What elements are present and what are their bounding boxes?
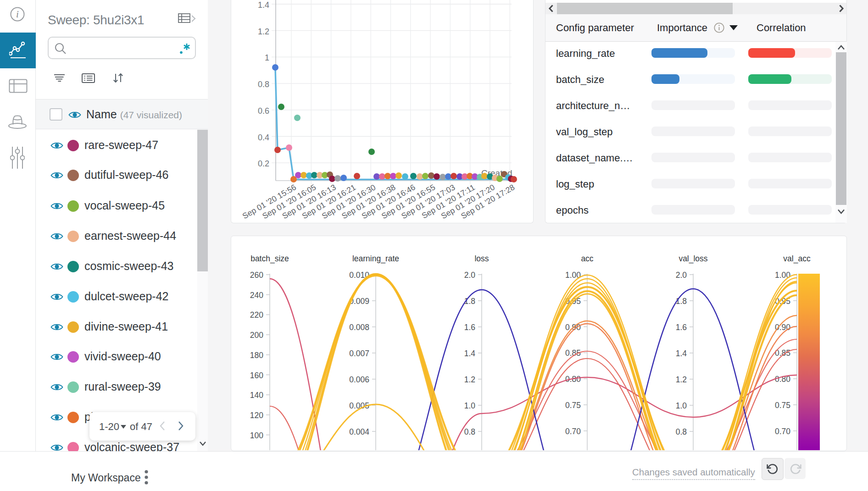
- svg-text:1.2: 1.2: [676, 375, 687, 384]
- svg-text:val_acc: val_acc: [783, 254, 811, 264]
- svg-text:1.2: 1.2: [464, 375, 475, 384]
- svg-text:1.4: 1.4: [676, 349, 687, 358]
- svg-text:0.4: 0.4: [258, 133, 269, 142]
- svg-text:140: 140: [250, 391, 263, 400]
- svg-text:0.8: 0.8: [464, 427, 475, 436]
- svg-text:1: 1: [265, 53, 269, 62]
- svg-text:160: 160: [250, 371, 263, 380]
- svg-text:1.4: 1.4: [464, 349, 476, 358]
- svg-text:1.0: 1.0: [464, 401, 476, 410]
- svg-text:0.007: 0.007: [349, 349, 369, 358]
- svg-text:0.2: 0.2: [258, 159, 269, 168]
- svg-text:1.6: 1.6: [676, 323, 687, 332]
- svg-text:240: 240: [250, 291, 263, 300]
- svg-text:2.0: 2.0: [464, 270, 476, 280]
- svg-text:0.8: 0.8: [676, 427, 687, 436]
- svg-text:0.70: 0.70: [775, 427, 790, 436]
- svg-text:0.004: 0.004: [349, 427, 369, 436]
- svg-text:learning_rate: learning_rate: [352, 254, 399, 264]
- svg-text:batch_size: batch_size: [250, 254, 289, 264]
- svg-text:0.80: 0.80: [565, 375, 581, 384]
- svg-text:100: 100: [250, 431, 263, 440]
- svg-text:1.0: 1.0: [676, 401, 687, 410]
- svg-text:120: 120: [250, 411, 263, 420]
- svg-text:200: 200: [250, 331, 263, 340]
- svg-text:1.4: 1.4: [258, 0, 269, 10]
- svg-text:0.6: 0.6: [258, 106, 269, 116]
- svg-text:1.6: 1.6: [464, 323, 475, 332]
- svg-text:0.70: 0.70: [565, 427, 581, 436]
- svg-text:0.006: 0.006: [349, 375, 369, 384]
- svg-text:1.00: 1.00: [775, 270, 790, 280]
- svg-text:2.0: 2.0: [676, 270, 687, 280]
- svg-text:loss: loss: [474, 254, 489, 263]
- svg-text:260: 260: [250, 270, 263, 280]
- svg-text:i: i: [16, 9, 19, 20]
- svg-text:0.90: 0.90: [775, 323, 790, 332]
- svg-text:0.75: 0.75: [565, 401, 581, 410]
- svg-text:220: 220: [250, 310, 263, 320]
- svg-text:0.8: 0.8: [258, 80, 269, 89]
- svg-text:180: 180: [250, 351, 263, 360]
- svg-text:0.75: 0.75: [775, 401, 790, 410]
- svg-text:acc: acc: [581, 254, 593, 263]
- svg-text:0.008: 0.008: [349, 323, 369, 332]
- svg-text:val_loss: val_loss: [679, 254, 707, 264]
- svg-text:1.2: 1.2: [258, 27, 269, 36]
